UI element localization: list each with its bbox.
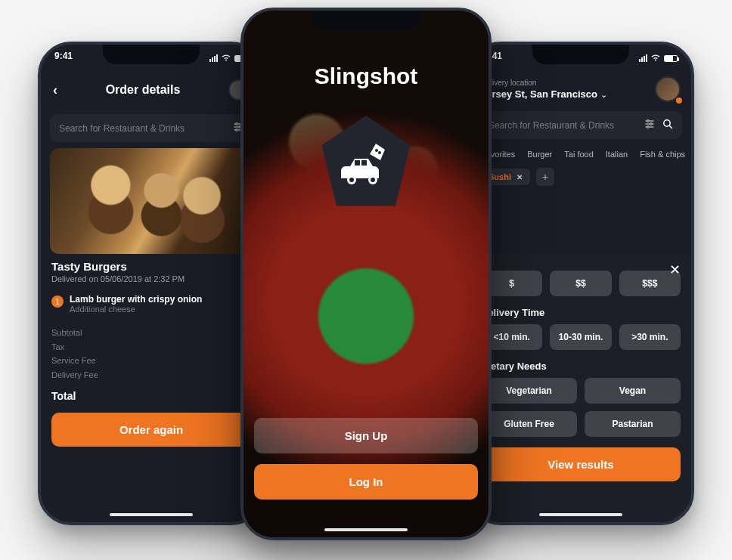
diet-option[interactable]: Vegan — [585, 378, 681, 404]
back-button[interactable]: ‹ — [53, 82, 57, 98]
notch — [312, 11, 420, 30]
total-label: Total — [51, 390, 76, 402]
phone-discovery: 9:41 Delivery location Jersey St, San Fr… — [467, 42, 694, 525]
notch — [532, 45, 629, 64]
search-placeholder: Search for Restaurant & Drinks — [59, 123, 233, 134]
time-filter-row: <10 min. 10-30 min. >30 min. — [481, 324, 681, 350]
svg-point-15 — [378, 151, 381, 154]
location-selector[interactable]: Jersey St, San Francisco ⌄ — [481, 87, 607, 101]
svg-point-12 — [664, 120, 670, 126]
category-tab[interactable]: Burger — [527, 150, 552, 159]
status-time: 9:41 — [54, 51, 73, 66]
home-indicator[interactable] — [539, 513, 622, 516]
login-button[interactable]: Log In — [254, 464, 478, 500]
svg-line-13 — [670, 126, 672, 128]
search-input[interactable]: Search for Restaurant & Drinks — [50, 114, 253, 142]
signal-icon — [209, 54, 218, 62]
home-indicator[interactable] — [110, 513, 193, 516]
location-label: Delivery location — [481, 79, 607, 87]
item-extra: Additional cheese — [70, 305, 202, 314]
svg-point-14 — [375, 149, 378, 152]
restaurant-name: Tasty Burgers — [51, 260, 251, 273]
quantity-badge: 1 — [51, 295, 64, 308]
delivery-car-icon — [340, 142, 392, 187]
battery-icon — [664, 55, 678, 62]
chevron-down-icon: ⌄ — [600, 90, 607, 99]
svg-point-5 — [236, 129, 238, 131]
diet-option[interactable]: Vegetarian — [481, 378, 577, 404]
signup-button[interactable]: Sign Up — [254, 418, 478, 453]
add-filter-button[interactable]: + — [536, 168, 554, 186]
fee-service: Service Fee — [51, 354, 251, 368]
item-name: Lamb burger with crispy onion — [70, 294, 202, 305]
home-indicator[interactable] — [324, 528, 408, 531]
svg-point-10 — [650, 123, 653, 125]
brand-title: Slingshot — [243, 63, 489, 89]
search-placeholder: Search for Restaurant & Drinks — [489, 120, 637, 131]
diet-option[interactable]: Pastarian — [585, 411, 681, 437]
notification-dot — [676, 97, 682, 104]
diet-filter-grid: Vegetarian Vegan Gluten Free Pastarian — [481, 378, 681, 437]
filter-chip-label: Sushi — [489, 172, 511, 181]
wifi-icon — [650, 53, 661, 63]
category-tab[interactable]: Fish & chips — [640, 150, 685, 159]
close-icon[interactable]: ✕ — [669, 261, 681, 278]
phone-welcome: Slingshot — [240, 8, 492, 540]
fee-subtotal: Subtotal — [51, 326, 251, 340]
svg-point-19 — [349, 178, 354, 182]
time-option[interactable]: >30 min. — [619, 324, 681, 350]
signal-icon — [639, 54, 647, 62]
svg-point-11 — [647, 126, 650, 128]
svg-rect-16 — [355, 160, 360, 166]
app-logo-shield — [317, 116, 415, 214]
svg-point-9 — [647, 120, 650, 122]
order-again-button[interactable]: Order again — [51, 413, 251, 447]
filters-sheet: ✕ $ $$ $$$ Delivery Time <10 min. 10-30 … — [470, 254, 691, 522]
phone-order-details: 9:41 ‹ Order details Search for Restaura… — [38, 42, 265, 525]
fee-tax: Tax — [51, 340, 251, 354]
diet-option[interactable]: Gluten Free — [481, 411, 577, 437]
search-input[interactable]: Search for Restaurant & Drinks — [479, 111, 682, 139]
time-option[interactable]: 10-30 min. — [550, 324, 611, 350]
svg-rect-17 — [361, 160, 367, 166]
wifi-icon — [221, 53, 231, 63]
view-results-button[interactable]: View results — [481, 447, 681, 481]
delivered-timestamp: Delivered on 05/06/2019 at 2:32 PM — [51, 274, 251, 283]
filter-icon[interactable] — [644, 119, 655, 131]
price-filter-row: $ $$ $$$ — [481, 271, 681, 296]
price-option[interactable]: $$ — [550, 271, 611, 296]
notch — [103, 45, 200, 64]
category-tabs: Favorites Burger Tai food Italian Fish &… — [470, 145, 691, 163]
page-title: Order details — [106, 83, 181, 97]
fee-delivery: Delivery Fee — [51, 368, 251, 382]
order-item: 1 Lamb burger with crispy onion Addition… — [51, 294, 251, 314]
avatar[interactable] — [655, 76, 681, 102]
search-icon[interactable] — [662, 119, 673, 131]
category-tab[interactable]: Tai food — [564, 150, 594, 159]
restaurant-image — [50, 148, 253, 254]
dietary-heading: Dietary Needs — [481, 360, 681, 372]
fee-breakdown: Subtotal Tax Service Fee Delivery Fee — [51, 326, 251, 382]
svg-point-21 — [371, 178, 375, 182]
category-tab[interactable]: Italian — [606, 150, 628, 159]
svg-point-3 — [236, 123, 238, 125]
location-value: Jersey St, San Francisco — [481, 88, 597, 100]
chip-remove-icon[interactable]: ✕ — [516, 173, 523, 181]
delivery-time-heading: Delivery Time — [481, 307, 681, 318]
